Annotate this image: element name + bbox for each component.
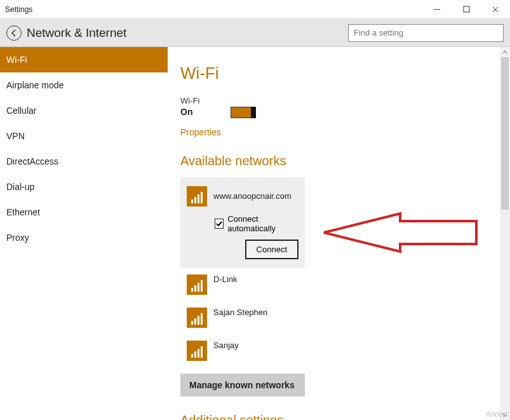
properties-link[interactable]: Properties: [180, 127, 497, 137]
maximize-button[interactable]: [452, 0, 481, 19]
wifi-toggle-state: On: [180, 107, 192, 117]
watermark: Anoop: [485, 410, 507, 419]
sidebar: Wi-Fi Airplane mode Cellular VPN DirectA…: [0, 47, 168, 420]
annotation-arrow-icon: [311, 207, 483, 258]
sidebar-item-cellular[interactable]: Cellular: [0, 98, 168, 123]
page-title: Wi-Fi: [180, 64, 497, 83]
network-name: www.anoopcnair.com: [213, 191, 292, 201]
sidebar-item-wifi[interactable]: Wi-Fi: [0, 47, 168, 72]
scrollbar-thumb[interactable]: [501, 57, 509, 210]
additional-settings-heading: Additional settings: [180, 413, 497, 420]
connect-auto-label: Connect automatically: [227, 214, 299, 233]
scroll-up-icon[interactable]: [500, 47, 510, 57]
manage-known-networks-button[interactable]: Manage known networks: [180, 374, 305, 396]
network-name: Sanjay: [213, 341, 239, 350]
wifi-toggle-label: Wi-Fi: [180, 96, 497, 105]
signal-icon: [187, 274, 207, 295]
sidebar-item-dialup[interactable]: Dial-up: [0, 174, 168, 200]
network-item[interactable]: Sanjay: [180, 334, 305, 367]
scrollbar[interactable]: [500, 47, 510, 420]
connect-button[interactable]: Connect: [245, 240, 299, 259]
available-networks-heading: Available networks: [180, 154, 497, 168]
svg-rect-1: [464, 6, 469, 12]
titlebar: Settings: [0, 0, 510, 19]
header-title: Network & Internet: [27, 26, 348, 40]
minimize-button[interactable]: [422, 0, 452, 19]
connect-auto-row[interactable]: Connect automatically: [215, 214, 299, 233]
sidebar-item-vpn[interactable]: VPN: [0, 123, 168, 149]
network-item[interactable]: D-Link: [180, 268, 305, 301]
sidebar-item-directaccess[interactable]: DirectAccess: [0, 149, 168, 174]
sidebar-item-proxy[interactable]: Proxy: [0, 225, 168, 250]
header: Network & Internet: [0, 19, 510, 47]
signal-icon: [187, 308, 207, 328]
window-title: Settings: [0, 5, 422, 14]
network-name: D-Link: [213, 274, 238, 284]
signal-icon: [187, 186, 207, 207]
window-controls: [422, 0, 510, 19]
content-pane: Wi-Fi Wi-Fi On Properties Available netw…: [168, 47, 510, 420]
back-button[interactable]: [6, 25, 22, 41]
sidebar-item-ethernet[interactable]: Ethernet: [0, 200, 168, 225]
network-item[interactable]: Sajan Stephen: [180, 301, 305, 334]
checkbox-icon[interactable]: [215, 219, 224, 229]
network-item-selected[interactable]: www.anoopcnair.com Connect automatically…: [180, 177, 305, 268]
close-button[interactable]: [481, 0, 510, 19]
network-name: Sajan Stephen: [213, 308, 267, 317]
wifi-toggle[interactable]: [231, 107, 256, 118]
sidebar-item-airplane-mode[interactable]: Airplane mode: [0, 72, 168, 98]
signal-icon: [187, 341, 207, 361]
search-input[interactable]: [348, 24, 504, 42]
